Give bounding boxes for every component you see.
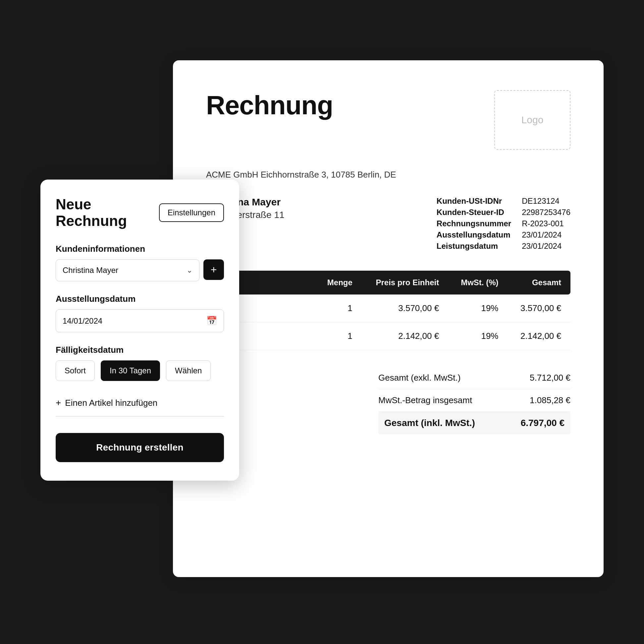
meta-leistungsdatum-label: Leistungsdatum (437, 241, 511, 251)
meta-kunden-steuer-value: 22987253476 (522, 208, 570, 217)
total-brutto: Gesamt (inkl. MwSt.) 6.797,00 € (378, 412, 570, 434)
kunden-label: Kundeninformationen (56, 244, 224, 254)
meta-kunden-ust-value: DE123124 (522, 196, 570, 206)
meta-ausstellungsdatum-value: 23/01/2024 (522, 230, 570, 240)
mwst-label: MwSt.-Betrag insgesamt (378, 395, 472, 405)
row2-gesamt: 2.142,00 € (508, 322, 571, 350)
row1-preis: 3.570,00 € (362, 295, 448, 322)
date-value: 14/01/2024 (63, 316, 102, 326)
due-30tagen-button[interactable]: In 30 Tagen (101, 360, 160, 381)
table-row: 1 3.570,00 € 19% 3.570,00 € (206, 295, 570, 322)
logo-placeholder: Logo (521, 114, 544, 126)
meta-rechnungsnummer-value: R-2023-001 (522, 219, 570, 228)
meta-kunden-steuer-label: Kunden-Steuer-ID (437, 208, 511, 217)
settings-button[interactable]: Einstellungen (159, 203, 224, 222)
faelligkeitsdatum-label: Fälligkeitsdatum (56, 345, 224, 355)
row2-preis: 2.142,00 € (362, 322, 448, 350)
meta-rechnungsnummer-label: Rechnungsnummer (437, 219, 511, 228)
form-title: Neue Rechnung (56, 196, 159, 229)
netto-label: Gesamt (exkl. MwSt.) (378, 373, 460, 383)
customer-select-row: Christina Mayer ⌄ + (56, 259, 224, 281)
create-invoice-button[interactable]: Rechnung erstellen (56, 433, 224, 462)
due-sofort-button[interactable]: Sofort (56, 360, 95, 381)
invoice-title: Rechnung (206, 90, 333, 121)
col-header-gesamt: Gesamt (508, 271, 571, 295)
calendar-icon: 📅 (206, 316, 217, 326)
brutto-value: 6.797,00 € (521, 418, 564, 428)
row2-menge: 1 (315, 322, 362, 350)
due-date-options: Sofort In 30 Tagen Wählen (56, 360, 224, 381)
netto-value: 5.712,00 € (530, 373, 570, 383)
add-item-label: Einen Artikel hinzufügen (65, 398, 157, 408)
company-info: ACME GmbH Eichhornstraße 3, 10785 Berlin… (206, 170, 570, 180)
table-row: 1 2.142,00 € 19% 2.142,00 € (206, 322, 570, 350)
total-netto: Gesamt (exkl. MwSt.) 5.712,00 € (378, 367, 570, 389)
logo-box: Logo (494, 90, 570, 150)
row2-mwst: 19% (448, 322, 508, 350)
add-customer-button[interactable]: + (203, 259, 224, 280)
form-header: Neue Rechnung Einstellungen (56, 196, 224, 229)
invoice-meta: Kunden-USt-IDNr DE123124 Kunden-Steuer-I… (437, 196, 570, 251)
due-waehlen-button[interactable]: Wählen (166, 360, 211, 381)
mwst-value: 1.085,28 € (530, 395, 570, 405)
add-item-icon: + (56, 398, 61, 408)
row1-menge: 1 (315, 295, 362, 322)
total-mwst: MwSt.-Betrag insgesamt 1.085,28 € (378, 389, 570, 412)
chevron-down-icon: ⌄ (187, 266, 192, 275)
row1-gesamt: 3.570,00 € (508, 295, 571, 322)
customer-selected-value: Christina Mayer (63, 266, 118, 275)
add-item-row[interactable]: + Einen Artikel hinzufügen (56, 398, 224, 416)
ausstellungsdatum-label: Ausstellungsdatum (56, 294, 224, 304)
meta-ausstellungsdatum-label: Ausstellungsdatum (437, 230, 511, 240)
col-header-menge: Menge (315, 271, 362, 295)
brutto-label: Gesamt (inkl. MwSt.) (384, 418, 475, 428)
meta-leistungsdatum-value: 23/01/2024 (522, 241, 570, 251)
col-header-preis: Preis pro Einheit (362, 271, 448, 295)
date-input[interactable]: 14/01/2024 📅 (56, 309, 224, 332)
row1-mwst: 19% (448, 295, 508, 322)
customer-dropdown[interactable]: Christina Mayer ⌄ (56, 259, 199, 281)
col-header-mwst: MwSt. (%) (448, 271, 508, 295)
totals-section: Gesamt (exkl. MwSt.) 5.712,00 € MwSt.-Be… (378, 367, 570, 434)
items-table: Menge Preis pro Einheit MwSt. (%) Gesamt… (206, 271, 570, 350)
form-panel: Neue Rechnung Einstellungen Kundeninform… (40, 180, 239, 481)
meta-kunden-ust-label: Kunden-USt-IDNr (437, 196, 511, 206)
